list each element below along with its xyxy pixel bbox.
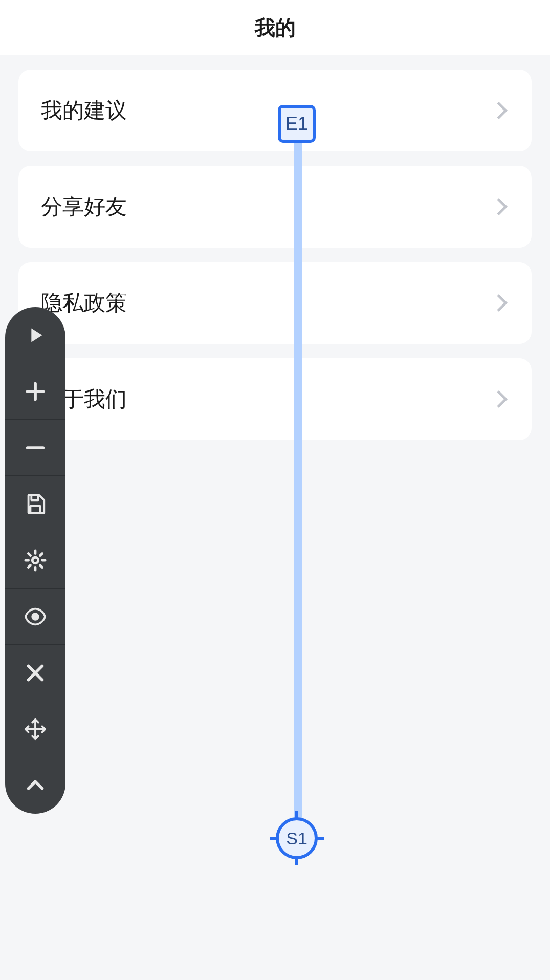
plus-icon bbox=[24, 380, 47, 403]
zoom-in-button[interactable] bbox=[5, 363, 65, 420]
zoom-out-button[interactable] bbox=[5, 420, 65, 476]
chevron-right-icon bbox=[490, 102, 508, 119]
move-icon bbox=[24, 717, 47, 741]
chevron-right-icon bbox=[490, 198, 508, 215]
visibility-button[interactable] bbox=[5, 589, 65, 645]
gesture-end-label: E1 bbox=[285, 113, 308, 135]
crosshair-tick bbox=[295, 856, 298, 865]
app-header: 我的 bbox=[0, 0, 550, 55]
page-title: 我的 bbox=[255, 14, 296, 42]
chevron-right-icon bbox=[490, 390, 508, 408]
menu-item-label: 分享好友 bbox=[41, 192, 127, 221]
menu-item-my-suggestions[interactable]: 我的建议 bbox=[18, 70, 532, 151]
crosshair-tick bbox=[295, 811, 298, 820]
minus-icon bbox=[24, 436, 47, 460]
crosshair-tick bbox=[315, 837, 324, 840]
collapse-button[interactable] bbox=[5, 757, 65, 814]
chevron-right-icon bbox=[490, 294, 508, 312]
menu-item-about-us[interactable]: 关于我们 bbox=[18, 358, 532, 440]
menu-item-label: 我的建议 bbox=[41, 96, 127, 125]
menu-item-privacy-policy[interactable]: 隐私政策 bbox=[18, 262, 532, 344]
floating-toolbar[interactable] bbox=[5, 307, 65, 814]
gesture-start-marker[interactable]: S1 bbox=[276, 817, 318, 859]
save-button[interactable] bbox=[5, 476, 65, 532]
crosshair-tick bbox=[270, 837, 279, 840]
close-icon bbox=[24, 661, 47, 685]
gesture-end-marker[interactable]: E1 bbox=[278, 105, 316, 143]
gesture-start-label: S1 bbox=[286, 829, 307, 848]
move-button[interactable] bbox=[5, 701, 65, 757]
svg-point-0 bbox=[32, 557, 38, 563]
chevron-up-icon bbox=[24, 774, 47, 797]
save-icon bbox=[24, 492, 47, 516]
settings-list: 我的建议 分享好友 隐私政策 关于我们 bbox=[0, 55, 550, 440]
gear-icon bbox=[24, 549, 47, 572]
close-button[interactable] bbox=[5, 645, 65, 701]
svg-point-1 bbox=[32, 613, 38, 620]
settings-button[interactable] bbox=[5, 532, 65, 589]
gesture-path-line bbox=[294, 137, 302, 828]
play-button[interactable] bbox=[5, 307, 65, 363]
menu-item-share-friends[interactable]: 分享好友 bbox=[18, 166, 532, 248]
play-icon bbox=[24, 323, 47, 347]
eye-icon bbox=[24, 605, 47, 628]
